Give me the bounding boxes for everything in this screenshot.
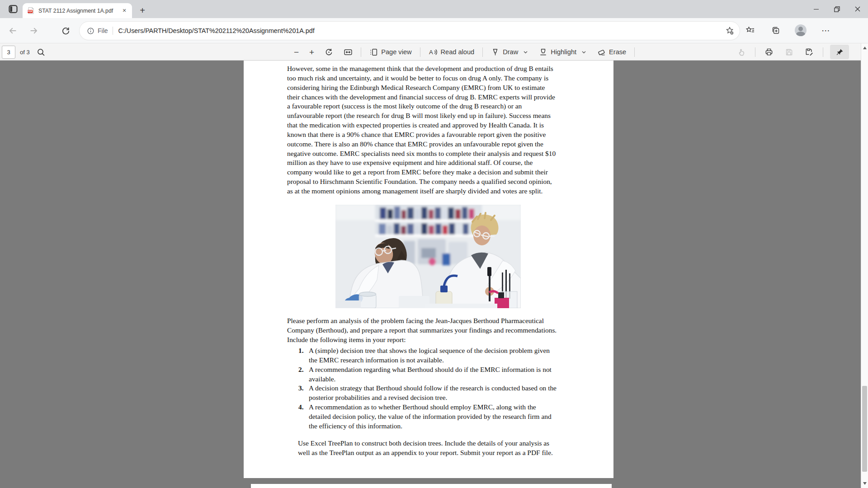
ellipsis-icon: ⋯ xyxy=(821,25,830,36)
pdf-viewport[interactable]: However, some in the management think th… xyxy=(0,61,861,488)
list-item-text: A (simple) decision tree that shows the … xyxy=(309,346,579,365)
window-minimize-button[interactable] xyxy=(806,0,826,18)
list-item: 2.A recommendation regarding what Bertho… xyxy=(298,365,579,384)
zoom-out-icon: − xyxy=(294,48,299,56)
rotate-button[interactable] xyxy=(322,46,335,58)
eraser-icon xyxy=(597,48,606,56)
info-icon[interactable] xyxy=(87,27,94,35)
read-aloud-icon: A xyxy=(429,48,438,56)
pdf-toolbar: 3 of 3 − + xyxy=(0,43,861,61)
highlight-button[interactable]: Highlight xyxy=(537,46,589,58)
list-item-text: A decision strategy that Berthoud should… xyxy=(309,384,579,403)
save-as-button[interactable] xyxy=(802,46,816,58)
restore-icon xyxy=(834,6,840,12)
toolbar-separator xyxy=(420,47,420,57)
save-button xyxy=(783,46,796,58)
browser-action-icons: ⋯ xyxy=(743,23,833,37)
erase-button[interactable]: Erase xyxy=(595,46,628,58)
save-disk-icon xyxy=(785,48,793,56)
svg-text:A: A xyxy=(429,49,433,56)
new-tab-button[interactable]: + xyxy=(137,5,148,16)
hand-touch-icon xyxy=(737,48,746,56)
toolbar-separator xyxy=(361,47,361,57)
list-item-text: A recommendation regarding what Berthoud… xyxy=(309,365,579,384)
close-window-icon xyxy=(855,6,860,12)
page-count-label: of 3 xyxy=(20,49,30,56)
draw-chevron-down-icon[interactable] xyxy=(523,49,528,55)
toolbar-separator xyxy=(755,47,755,57)
add-favorite-star-icon[interactable] xyxy=(725,26,734,35)
url-field[interactable]: File C:/Users/PARTH/Desktop/STAT%202112%… xyxy=(80,22,740,40)
favorites-button[interactable] xyxy=(743,23,757,37)
list-item-text: A recommendation as to whether Berthoud … xyxy=(309,403,579,431)
pill-divider xyxy=(113,27,113,35)
window-controls xyxy=(806,0,868,18)
scroll-down-arrow-icon[interactable] xyxy=(863,482,867,485)
list-item: 4.A recommendation as to whether Berthou… xyxy=(298,403,579,431)
list-item-number: 3. xyxy=(298,384,309,403)
read-aloud-label: Read aloud xyxy=(441,48,475,56)
url-text[interactable]: C:/Users/PARTH/Desktop/STAT%202112%20Ass… xyxy=(118,27,725,34)
printer-icon xyxy=(764,47,774,56)
toolbar-separator xyxy=(482,47,483,57)
find-in-document-button[interactable] xyxy=(34,46,47,58)
highlight-chevron-down-icon[interactable] xyxy=(581,49,587,55)
collections-icon xyxy=(771,26,780,35)
refresh-button[interactable] xyxy=(59,24,72,37)
collections-button[interactable] xyxy=(769,23,782,37)
tab-close-icon[interactable]: ✕ xyxy=(120,7,128,15)
lab-photo xyxy=(335,205,521,308)
draw-button[interactable]: Draw xyxy=(489,46,531,58)
paragraph-instructions: Please perform an analysis of the proble… xyxy=(287,316,585,345)
read-aloud-button[interactable]: A Read aloud xyxy=(426,46,477,58)
draw-label: Draw xyxy=(503,48,518,56)
page-number-input[interactable]: 3 xyxy=(2,46,15,59)
list-item: 1.A (simple) decision tree that shows th… xyxy=(298,346,579,365)
page-view-label: Page view xyxy=(381,48,411,56)
scrollbar-thumb[interactable] xyxy=(862,386,867,472)
browser-window: PDF STAT 2112 Assignment 1A.pdf ✕ + xyxy=(0,0,868,488)
search-icon xyxy=(37,48,45,56)
page-view-button[interactable]: Page view xyxy=(367,46,414,58)
vertical-scrollbar[interactable] xyxy=(861,43,868,488)
forward-button[interactable] xyxy=(28,24,40,37)
fit-to-width-button[interactable] xyxy=(341,46,355,58)
back-arrow-icon xyxy=(8,26,17,35)
svg-text:PDF: PDF xyxy=(28,10,33,13)
list-item-number: 1. xyxy=(298,346,309,365)
protocol-label: File xyxy=(98,27,108,34)
pushpin-icon xyxy=(836,48,844,56)
window-restore-button[interactable] xyxy=(826,0,847,18)
page-bottom-strip xyxy=(251,484,612,488)
refresh-icon xyxy=(61,27,70,35)
toolbar-separator xyxy=(823,47,823,57)
fit-to-width-icon xyxy=(344,48,353,56)
pin-toolbar-button[interactable] xyxy=(830,45,849,59)
zoom-out-button[interactable]: − xyxy=(292,46,301,58)
save-as-icon xyxy=(805,47,814,56)
paragraph-drug-b: However, some in the management think th… xyxy=(287,64,585,196)
settings-menu-button[interactable]: ⋯ xyxy=(819,23,833,37)
back-button[interactable] xyxy=(6,24,19,37)
workspaces-icon xyxy=(8,4,18,14)
profile-button[interactable] xyxy=(794,23,807,37)
draw-pen-icon xyxy=(491,48,500,56)
window-close-button[interactable] xyxy=(847,0,868,18)
scroll-up-arrow-icon[interactable] xyxy=(863,47,867,49)
tab-title: STAT 2112 Assignment 1A.pdf xyxy=(38,8,120,14)
profile-avatar xyxy=(795,24,807,36)
tab-workspaces-button[interactable] xyxy=(7,4,19,14)
highlighter-icon xyxy=(539,48,547,56)
tab-stat-assignment-pdf[interactable]: PDF STAT 2112 Assignment 1A.pdf ✕ xyxy=(23,3,132,18)
zoom-in-button[interactable]: + xyxy=(307,46,316,58)
page-view-icon xyxy=(369,48,378,56)
print-button[interactable] xyxy=(762,46,776,58)
paragraph-treeplan: Use Excel TreePlan to construct both dec… xyxy=(298,439,587,458)
report-items-list: 1.A (simple) decision tree that shows th… xyxy=(298,346,579,431)
list-item-number: 2. xyxy=(298,365,309,384)
forward-arrow-icon xyxy=(29,26,38,35)
favorites-star-icon xyxy=(745,26,755,35)
highlight-label: Highlight xyxy=(551,48,576,56)
tab-strip: PDF STAT 2112 Assignment 1A.pdf ✕ + xyxy=(0,0,868,18)
erase-label: Erase xyxy=(609,48,626,56)
